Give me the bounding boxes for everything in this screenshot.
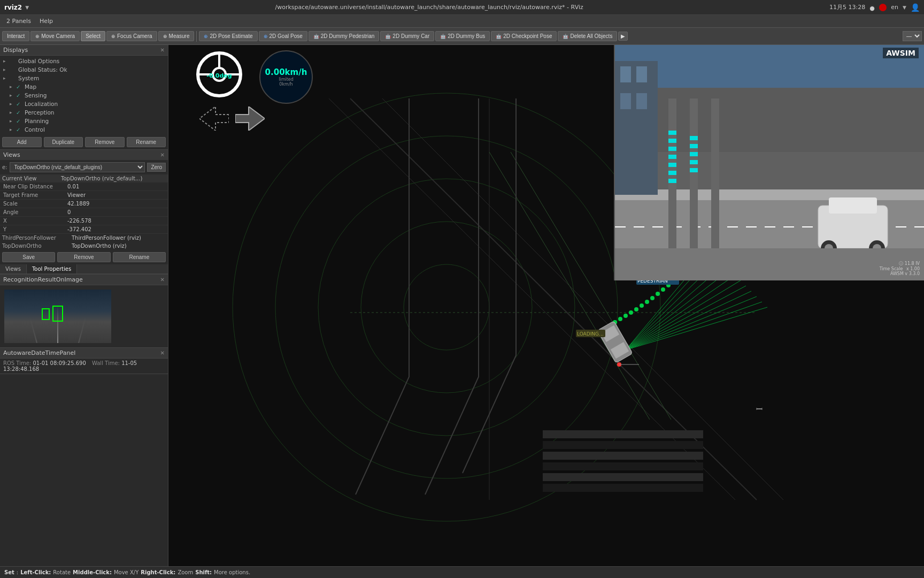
interact-button[interactable]: Interact bbox=[2, 31, 29, 41]
svg-rect-88 bbox=[690, 160, 698, 164]
recognition-close-icon[interactable]: ✕ bbox=[160, 277, 165, 283]
svg-marker-63 bbox=[235, 107, 265, 131]
display-item-global-options[interactable]: ▸ Global Options bbox=[0, 57, 168, 65]
bottom-tabs: Views Tool Properties bbox=[0, 264, 168, 274]
red-indicator bbox=[879, 4, 887, 11]
svg-point-3 bbox=[275, 136, 618, 478]
expand-icon: ▸ bbox=[3, 67, 7, 72]
svg-point-27 bbox=[661, 287, 665, 292]
move-camera-button[interactable]: ⊕ Move Camera bbox=[30, 31, 80, 41]
display-item-global-status[interactable]: ▸ Global Status: Ok bbox=[0, 65, 168, 74]
title-dropdown-icon[interactable]: ▼ bbox=[25, 5, 29, 10]
focus-camera-button[interactable]: ⊕ Focus Camera bbox=[106, 31, 157, 41]
svg-rect-86 bbox=[690, 144, 698, 148]
display-item-localization[interactable]: ▸ ✓ Localization bbox=[0, 100, 168, 108]
right-arrow-icon bbox=[235, 107, 265, 131]
dummy-pedestrian-button[interactable]: 🤖 2D Dummy Pedestrian bbox=[309, 31, 380, 41]
pose-estimate-button[interactable]: ⊕ 2D Pose Estimate bbox=[199, 31, 257, 41]
svg-marker-62 bbox=[199, 107, 229, 131]
recognition-image-container bbox=[0, 285, 168, 347]
display-item-system[interactable]: ▸ System bbox=[0, 74, 168, 82]
display-item-control[interactable]: ▸ ✓ Control bbox=[0, 125, 168, 134]
svg-rect-72 bbox=[636, 66, 647, 82]
main-viewport[interactable]: PEDESTRIAN LOADING... -0.0deg bbox=[168, 45, 924, 578]
toolbar-dropdown-btn[interactable]: ▶ bbox=[618, 32, 628, 41]
expand-icon: ▸ bbox=[10, 127, 14, 132]
remove-button[interactable]: Remove bbox=[85, 137, 125, 147]
svg-point-24 bbox=[645, 300, 649, 304]
rename-button[interactable]: Rename bbox=[127, 137, 166, 147]
svg-point-25 bbox=[650, 296, 654, 300]
views-selector: e: TopDownOrtho (rviz_default_plugins) Z… bbox=[0, 160, 168, 174]
svg-rect-71 bbox=[620, 66, 631, 82]
status-colon: : bbox=[17, 569, 18, 575]
display-item-planning[interactable]: ▸ ✓ Planning bbox=[0, 117, 168, 125]
svg-line-36 bbox=[626, 286, 746, 350]
awsim-panel: AWSIM bbox=[614, 45, 924, 280]
window-title: /workspace/autoware.universe/install/aut… bbox=[275, 4, 583, 11]
dummy-bus-button[interactable]: 🤖 2D Dummy Bus bbox=[435, 31, 490, 41]
toolbar-extra-dropdown[interactable]: — bbox=[903, 31, 922, 41]
views-section: Views ✕ e: TopDownOrtho (rviz_default_pl… bbox=[0, 150, 168, 275]
app-name: rviz2 bbox=[4, 4, 22, 11]
svg-rect-73 bbox=[620, 93, 631, 109]
svg-rect-14 bbox=[543, 452, 703, 460]
svg-rect-12 bbox=[543, 430, 703, 438]
displays-title: Displays bbox=[3, 47, 28, 54]
views-save-button[interactable]: Save bbox=[2, 252, 55, 262]
svg-rect-17 bbox=[543, 484, 703, 492]
duplicate-button[interactable]: Duplicate bbox=[44, 137, 83, 147]
dummy-car-button[interactable]: 🤖 2D Dummy Car bbox=[380, 31, 434, 41]
main-layout: Displays ✕ ▸ Global Options ▸ Global Sta… bbox=[0, 45, 924, 578]
recognition-image bbox=[4, 290, 111, 343]
views-type-dropdown[interactable]: TopDownOrtho (rviz_default_plugins) bbox=[10, 162, 145, 172]
view-list-item-1[interactable]: TopDownOrtho TopDownOrtho (rviz) bbox=[0, 242, 168, 250]
svg-point-20 bbox=[623, 314, 628, 318]
awsim-scene-svg bbox=[615, 45, 924, 280]
views-close-icon[interactable]: ✕ bbox=[160, 152, 165, 158]
steering-angle-value: -0.0deg bbox=[206, 72, 232, 79]
lang-dropdown-icon[interactable]: ▼ bbox=[903, 5, 906, 10]
tab-tool-properties[interactable]: Tool Properties bbox=[27, 264, 77, 273]
views-zero-button[interactable]: Zero bbox=[147, 163, 166, 172]
svg-point-26 bbox=[656, 292, 660, 296]
svg-text:LOADING...: LOADING... bbox=[577, 331, 604, 337]
dummy-car-icon: 🤖 bbox=[385, 34, 391, 39]
ros-time-row: ROS Time: 01-01 08:09:25.690 Wall Time: … bbox=[0, 359, 168, 374]
focus-icon: ⊕ bbox=[111, 34, 116, 39]
select-button[interactable]: Select bbox=[81, 31, 105, 41]
menu-panels[interactable]: 2 Panels bbox=[2, 17, 35, 26]
measure-button[interactable]: ⊕ Measure bbox=[158, 31, 195, 41]
views-remove-button[interactable]: Remove bbox=[57, 252, 110, 262]
datetime-close-icon[interactable]: ✕ bbox=[160, 350, 165, 356]
display-item-sensing[interactable]: ▸ ✓ Sensing bbox=[0, 91, 168, 100]
menu-help[interactable]: Help bbox=[35, 17, 57, 26]
display-item-perception[interactable]: ▸ ✓ Perception bbox=[0, 108, 168, 117]
displays-close-icon[interactable]: ✕ bbox=[160, 47, 165, 53]
awsim-info: ⓘ 11.8 IV Time Scale x 1.00 AWSM v 3.3.0 bbox=[880, 261, 920, 276]
tab-views[interactable]: Views bbox=[0, 264, 27, 273]
goal-pose-button[interactable]: ⊕ 2D Goal Pose bbox=[259, 31, 307, 41]
display-item-map[interactable]: ▸ ✓ Map bbox=[0, 82, 168, 91]
status-middle-click-label: Middle-Click: bbox=[73, 569, 112, 575]
view-prop-col1: Current View bbox=[2, 176, 56, 181]
view-prop-nearclipdist: Near Clip Distance 0.01 bbox=[0, 182, 168, 191]
recognition-panel: RecognitionResultOnImage ✕ bbox=[0, 275, 168, 348]
view-prop-targetframe: Target Frame Viewer bbox=[0, 191, 168, 200]
svg-point-2 bbox=[318, 179, 575, 436]
checkpoint-pose-button[interactable]: 🤖 2D Checkpoint Pose bbox=[491, 31, 557, 41]
awsim-label: AWSIM bbox=[883, 48, 919, 58]
add-button[interactable]: Add bbox=[2, 137, 42, 147]
svg-point-22 bbox=[634, 307, 638, 311]
hud-overlay: -0.0deg 0.00km/h limited 0km/h bbox=[195, 50, 313, 104]
status-right-click-label: Right-Click: bbox=[141, 569, 175, 575]
view-list-item-0[interactable]: ThirdPersonFollower ThirdPersonFollower … bbox=[0, 234, 168, 242]
check-icon: ✓ bbox=[16, 118, 22, 124]
views-rename-button[interactable]: Rename bbox=[113, 252, 166, 262]
delete-all-button[interactable]: 🤖 Delete All Objects bbox=[558, 31, 617, 41]
dummy-pedestrian-icon: 🤖 bbox=[313, 34, 319, 39]
svg-rect-85 bbox=[690, 136, 698, 140]
display-tree: ▸ Global Options ▸ Global Status: Ok ▸ S… bbox=[0, 56, 168, 135]
measure-icon: ⊕ bbox=[163, 34, 167, 39]
svg-point-23 bbox=[640, 303, 644, 308]
